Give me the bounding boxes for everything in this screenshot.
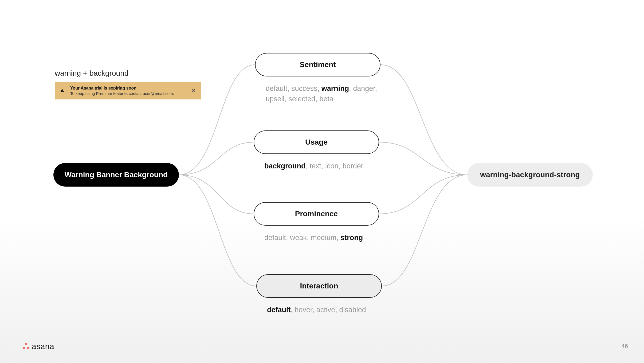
- category-sentiment: Sentiment default, success, warning, dan…: [255, 53, 380, 104]
- asana-logo: asana: [23, 342, 54, 351]
- page-number: 46: [622, 343, 628, 350]
- category-prominence: Prominence default, weak, medium, strong: [254, 202, 379, 243]
- category-pill-usage: Usage: [254, 130, 379, 154]
- category-usage: Usage background, text, icon, border: [254, 130, 379, 171]
- asana-logo-text: asana: [32, 342, 54, 351]
- category-pill-interaction: Interaction: [256, 274, 382, 298]
- svg-rect-0: [62, 90, 62, 91]
- warning-banner-title: Your Asana trial is expiring soon: [70, 86, 188, 91]
- root-token-pill: Warning Banner Background: [53, 163, 179, 187]
- category-values-usage: background, text, icon, border: [254, 161, 379, 171]
- warning-banner-subtitle: To keep using Premium features contact u…: [70, 91, 188, 96]
- warning-triangle-icon: [59, 88, 65, 93]
- category-values-sentiment: default, success, warning, danger, upsel…: [255, 83, 380, 104]
- warning-banner-text: Your Asana trial is expiring soon To kee…: [65, 86, 190, 96]
- close-icon[interactable]: [190, 88, 197, 94]
- category-values-interaction: default, hover, active, disabled: [256, 305, 382, 315]
- result-token-pill: warning-background-strong: [467, 163, 593, 187]
- category-interaction: Interaction default, hover, active, disa…: [256, 274, 382, 315]
- example-label: warning + background: [55, 69, 128, 78]
- category-values-prominence: default, weak, medium, strong: [254, 233, 379, 243]
- category-pill-sentiment: Sentiment: [255, 53, 380, 76]
- category-pill-prominence: Prominence: [254, 202, 379, 226]
- warning-banner: Your Asana trial is expiring soon To kee…: [55, 82, 201, 99]
- svg-rect-1: [62, 91, 62, 91]
- slide: warning + background Your Asana trial is…: [0, 0, 644, 363]
- asana-logo-icon: [23, 343, 30, 350]
